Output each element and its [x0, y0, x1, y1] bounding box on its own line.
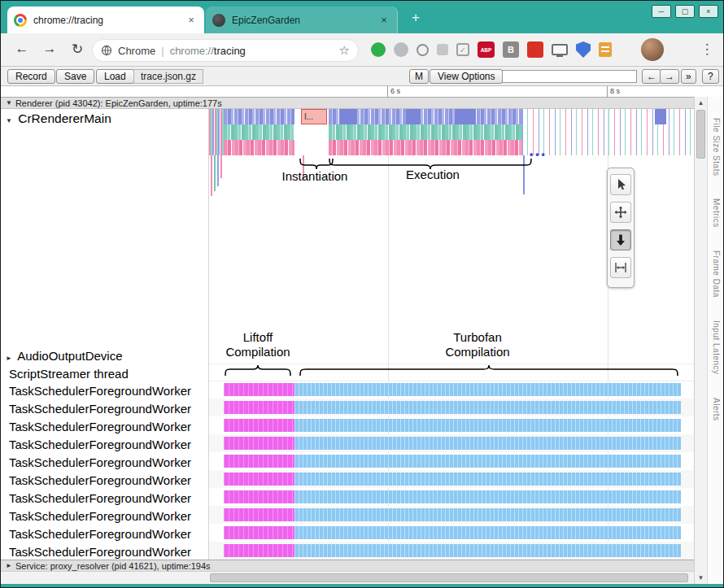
new-tab-button[interactable]: +	[408, 10, 424, 26]
track-label-worker[interactable]: TaskSchedulerForegroundWorker	[9, 527, 191, 541]
tab-chrome-tracing[interactable]: chrome://tracing ×	[7, 7, 204, 33]
flame-slices-sparse[interactable]	[522, 109, 694, 155]
find-previous-button[interactable]: ←	[642, 69, 661, 84]
flame-row-bottom[interactable]	[224, 140, 294, 155]
worker-row[interactable]	[209, 399, 694, 416]
tab-epiczengarden[interactable]: EpicZenGarden ×	[206, 7, 398, 33]
expand-arrow-icon[interactable]: ►	[6, 355, 12, 362]
turbofan-compile-bar[interactable]	[294, 437, 681, 450]
track-label-scriptstreamer[interactable]: ScriptStreamer thread	[9, 367, 129, 381]
tab-close-icon[interactable]: ×	[377, 14, 390, 27]
find-next-button[interactable]: →	[660, 69, 679, 84]
flame-row-middle[interactable]	[224, 124, 294, 140]
record-button[interactable]: Record	[7, 69, 55, 84]
extension-icon-checkbox[interactable]: ✓	[456, 43, 469, 56]
tab-metrics[interactable]: Metrics	[712, 198, 721, 228]
vertical-scrollbar[interactable]: ▲ ▼	[694, 97, 707, 584]
address-bar[interactable]: Chrome | chrome:// tracing ☆	[92, 39, 359, 62]
more-tools-button[interactable]: »	[681, 69, 696, 84]
track-label-crrenderermain[interactable]: ▼ CrRendererMain	[6, 111, 111, 126]
worker-row[interactable]	[209, 542, 694, 560]
liftoff-compile-bar[interactable]	[224, 437, 294, 450]
window-close-button[interactable]: ×	[699, 5, 718, 18]
renderer-process-header[interactable]: ▼ Renderer (pid 43042): EpicZenGarden, u…	[1, 97, 694, 109]
liftoff-compile-bar[interactable]	[224, 455, 294, 468]
liftoff-compile-bar[interactable]	[224, 419, 294, 432]
turbofan-compile-bar[interactable]	[294, 383, 681, 396]
worker-row[interactable]	[209, 434, 694, 452]
service-process-header[interactable]: ► Service: proxy_resolver (pid 41621), u…	[1, 560, 694, 571]
maximize-button[interactable]: ▢	[675, 5, 695, 18]
flame-row-middle[interactable]	[329, 124, 522, 140]
track-label-audiooutputdevice[interactable]: ► AudioOutputDevice	[6, 349, 123, 363]
metadata-button[interactable]: M	[409, 69, 429, 84]
track-label-worker[interactable]: TaskSchedulerForegroundWorker	[9, 455, 191, 469]
profile-avatar[interactable]	[641, 38, 664, 61]
track-label-worker[interactable]: TaskSchedulerForegroundWorker	[9, 545, 191, 559]
wasm-instantiation-slice[interactable]: I...	[301, 109, 327, 124]
search-input[interactable]	[502, 70, 637, 83]
flame-slice-blue[interactable]	[406, 109, 421, 124]
turbofan-compile-bar[interactable]	[294, 419, 681, 432]
track-label-worker[interactable]: TaskSchedulerForegroundWorker	[9, 509, 191, 523]
track-label-worker[interactable]: TaskSchedulerForegroundWorker	[9, 420, 191, 433]
worker-row[interactable]	[209, 470, 694, 488]
flame-row-bottom[interactable]	[329, 140, 522, 155]
tab-close-icon[interactable]: ×	[185, 14, 198, 27]
liftoff-compile-bar[interactable]	[224, 401, 294, 414]
track-label-worker[interactable]: TaskSchedulerForegroundWorker	[9, 473, 191, 487]
flame-slice-blue[interactable]	[455, 109, 476, 124]
turbofan-compile-bar[interactable]	[294, 455, 681, 468]
liftoff-compile-bar[interactable]	[224, 383, 294, 396]
adblock-plus-icon[interactable]: ABP	[478, 41, 495, 58]
turbofan-compile-bar[interactable]	[294, 544, 681, 557]
track-label-worker[interactable]: TaskSchedulerForegroundWorker	[9, 384, 191, 398]
pan-tool-button[interactable]	[610, 202, 631, 223]
forward-button[interactable]: →	[40, 41, 59, 57]
browser-menu-button[interactable]: ⋮	[699, 41, 715, 58]
flame-row-top[interactable]	[329, 109, 522, 124]
turbofan-compile-bar[interactable]	[294, 526, 681, 539]
timeline-canvas[interactable]: I... ••• Instantiation	[208, 109, 694, 560]
tab-input-latency[interactable]: Input Latency	[712, 320, 721, 375]
liftoff-compile-bar[interactable]	[224, 490, 294, 503]
view-options-button[interactable]: View Options	[430, 69, 503, 84]
turbofan-compile-bar[interactable]	[294, 473, 681, 486]
flame-slices-left[interactable]	[209, 109, 224, 155]
horizontal-scrollbar[interactable]	[1, 571, 694, 584]
extension-icon-notebook[interactable]	[599, 42, 612, 57]
extension-icon-green[interactable]	[371, 42, 386, 57]
expand-arrow-icon[interactable]: ►	[6, 562, 12, 569]
expand-arrow-icon[interactable]: ▼	[6, 99, 12, 107]
liftoff-compile-bar[interactable]	[224, 473, 294, 486]
track-label-worker[interactable]: TaskSchedulerForegroundWorker	[9, 491, 191, 505]
load-button[interactable]: Load	[96, 69, 134, 84]
liftoff-compile-bar[interactable]	[224, 544, 294, 557]
tab-frame-data[interactable]: Frame Data	[712, 250, 721, 298]
flame-slice-blue[interactable]	[655, 109, 666, 124]
extension-icon-monitor[interactable]	[552, 44, 568, 55]
flame-slice-blue[interactable]	[339, 109, 357, 124]
back-button[interactable]: ←	[12, 41, 32, 57]
liftoff-compile-bar[interactable]	[224, 508, 294, 521]
extension-icon-shield[interactable]	[576, 41, 591, 58]
extension-icon-gray[interactable]	[437, 44, 448, 55]
track-label-worker[interactable]: TaskSchedulerForegroundWorker	[9, 402, 191, 416]
vertical-scrollbar-thumb[interactable]	[696, 110, 705, 159]
worker-row[interactable]	[209, 506, 694, 524]
scroll-down-icon[interactable]: ▼	[695, 574, 707, 581]
extension-icon-red[interactable]	[527, 41, 543, 58]
worker-row[interactable]	[209, 524, 694, 542]
flame-row-top[interactable]	[224, 109, 294, 124]
turbofan-compile-bar[interactable]	[294, 490, 681, 503]
extension-icon-b[interactable]: B	[503, 41, 519, 58]
timing-tool-button[interactable]	[610, 257, 631, 278]
zoom-tool-button[interactable]	[610, 229, 631, 250]
tab-file-size-stats[interactable]: File Size Stats	[712, 118, 721, 176]
turbofan-compile-bar[interactable]	[294, 401, 681, 414]
track-label-worker[interactable]: TaskSchedulerForegroundWorker	[9, 438, 191, 451]
reload-button[interactable]: ↻	[68, 41, 87, 58]
extension-icon-history[interactable]	[417, 44, 429, 56]
help-button[interactable]: ?	[702, 69, 719, 84]
turbofan-compile-bar[interactable]	[294, 508, 681, 521]
